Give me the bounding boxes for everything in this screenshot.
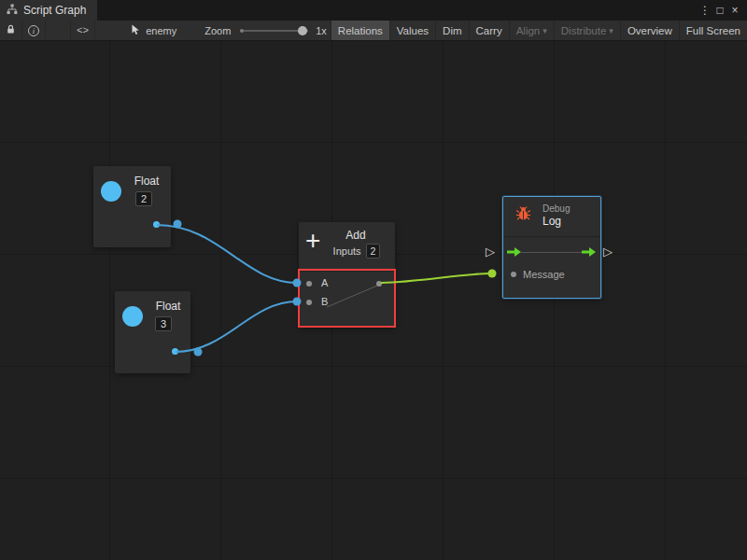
wire-endpoint-dot[interactable]: [488, 270, 497, 278]
flow-relation-line: [521, 252, 583, 253]
node-title: Float: [125, 175, 168, 188]
output-port[interactable]: [153, 221, 160, 228]
wire-endpoint-dot[interactable]: [194, 348, 203, 357]
add-node[interactable]: + Add Inputs 2 A B: [299, 222, 395, 327]
relations-button[interactable]: Relations: [331, 21, 389, 40]
node-title: Log: [543, 215, 561, 228]
graph-name: enemy: [146, 25, 176, 36]
maximize-button[interactable]: □: [712, 0, 727, 21]
tab-script-graph[interactable]: Script Graph: [0, 0, 97, 21]
window-controls: ⋮ □ ×: [698, 0, 747, 21]
inputs-row: Inputs 2: [325, 244, 388, 259]
overview-button[interactable]: Overview: [620, 21, 679, 40]
node-divider: [503, 236, 600, 237]
script-graph-icon: [7, 4, 18, 18]
zoom-label: Zoom: [204, 25, 231, 36]
flow-connector-right-icon[interactable]: ▷: [603, 245, 613, 259]
info-button[interactable]: i: [22, 21, 46, 40]
wire-add-to-debug: [381, 273, 492, 283]
toolbar-right-group: Relations Values Dim Carry Align ▾ Distr…: [331, 21, 747, 40]
distribute-button[interactable]: Distribute ▾: [554, 21, 620, 40]
node-category: Debug: [543, 203, 570, 214]
values-button[interactable]: Values: [389, 21, 435, 40]
cursor-icon: [131, 24, 140, 37]
inputs-label: Inputs: [333, 245, 361, 257]
node-title: Float: [147, 300, 190, 313]
window-titlebar: Script Graph ⋮ □ ×: [0, 0, 747, 21]
wire-float1-to-add: [157, 225, 297, 283]
output-port[interactable]: [172, 348, 178, 355]
float-icon: [122, 306, 143, 327]
tab-title: Script Graph: [23, 4, 86, 17]
float-value-field[interactable]: 2: [135, 191, 152, 206]
graph-canvas[interactable]: Float 2 Float 3 + Add Inputs 2 A B: [0, 41, 747, 560]
selection-highlight: [298, 269, 396, 328]
inputs-count-field[interactable]: 2: [366, 244, 381, 259]
code-icon: <>: [77, 25, 89, 36]
zoom-slider[interactable]: [240, 30, 308, 32]
flow-output-arrow-icon[interactable]: [582, 246, 597, 258]
wire-endpoint-dot[interactable]: [174, 220, 182, 229]
lock-icon: [6, 24, 16, 36]
zoom-slider-tick: [240, 29, 244, 33]
lock-button[interactable]: [0, 21, 22, 40]
message-port-label: Message: [523, 269, 565, 280]
message-port[interactable]: [511, 272, 516, 277]
info-icon: i: [28, 25, 39, 36]
graph-toolbar: i <> enemy Zoom 1x Relations Values Dim …: [0, 21, 747, 41]
dropdown-arrow-icon: ▾: [609, 26, 613, 35]
debug-log-node[interactable]: Debug Log Message: [502, 196, 601, 299]
float-value-field[interactable]: 3: [155, 316, 172, 331]
titlebar-spacer: [97, 0, 698, 21]
align-button[interactable]: Align ▾: [509, 21, 554, 40]
full-screen-button[interactable]: Full Screen: [679, 21, 747, 40]
code-view-button[interactable]: <>: [70, 21, 95, 40]
float-icon: [101, 181, 121, 202]
window-menu-button[interactable]: ⋮: [698, 0, 712, 21]
float-node-1[interactable]: Float 2: [93, 166, 171, 247]
node-title: Add: [327, 229, 385, 242]
zoom-value: 1x: [316, 25, 327, 36]
zoom-slider-handle[interactable]: [298, 26, 307, 35]
dim-button[interactable]: Dim: [435, 21, 468, 40]
carry-button[interactable]: Carry: [469, 21, 509, 40]
close-button[interactable]: ×: [727, 0, 742, 21]
flow-connector-left-icon[interactable]: ▷: [486, 245, 495, 259]
wire-float2-to-add: [176, 301, 297, 352]
graph-breadcrumb[interactable]: enemy: [131, 21, 176, 40]
bug-icon: [515, 205, 531, 221]
dropdown-arrow-icon: ▾: [543, 26, 547, 35]
flow-input-arrow-icon[interactable]: [507, 246, 522, 258]
add-icon: +: [305, 227, 320, 255]
float-node-2[interactable]: Float 3: [115, 291, 190, 373]
